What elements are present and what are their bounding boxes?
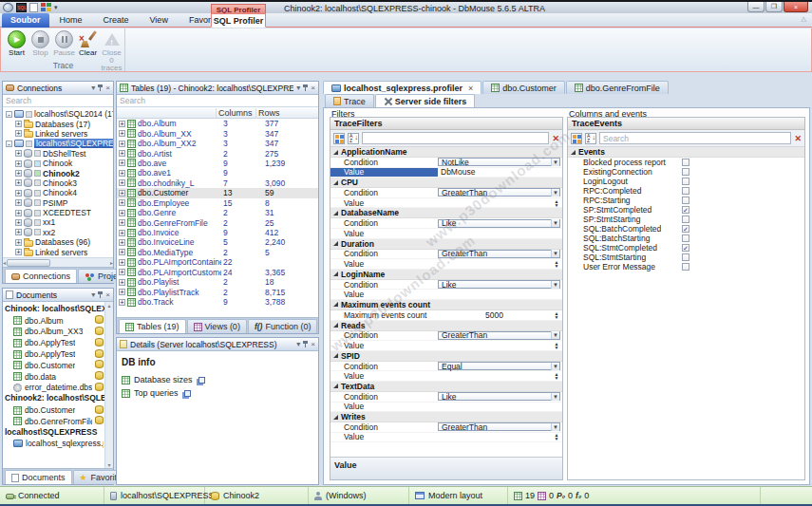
condition-combobox[interactable]: GreaterThan▼	[438, 422, 560, 431]
spinner-control[interactable]: ▲▼	[553, 311, 560, 319]
document-tab-dbo-customer[interactable]: dbo.Customer	[482, 81, 565, 94]
filter-category-reads[interactable]: Reads	[330, 321, 562, 331]
doc-item-dbo-customer[interactable]: dbo.Customer	[5, 404, 104, 416]
filter-category-cpu[interactable]: CPU	[330, 178, 562, 188]
filter-row-duration-value[interactable]: Value ▲▼	[330, 259, 562, 270]
tree-item-xx2[interactable]: + xx2	[3, 228, 113, 237]
combo-dropdown-icon[interactable]: ▼	[551, 423, 559, 431]
combo-dropdown-icon[interactable]: ▼	[551, 159, 559, 166]
document-tab-dbo-genrefromfile[interactable]: dbo.GenreFromFile	[566, 81, 669, 94]
details-link-database-sizes[interactable]: Database sizes	[122, 373, 313, 386]
filter-category-databasename[interactable]: DatabaseName	[330, 208, 562, 218]
combo-dropdown-icon[interactable]: ▼	[551, 250, 559, 257]
filter-row-reads-value[interactable]: Value ▲▼	[330, 341, 562, 351]
filter-category-applicationname[interactable]: ApplicationName	[330, 147, 562, 158]
events-search-input[interactable]	[599, 132, 791, 144]
event-row-blocked-process-report[interactable]: Blocked process report	[568, 158, 804, 167]
event-row-sp-stmtstarting[interactable]: SP:StmtStarting	[568, 215, 804, 224]
ribbon-collapse-icon[interactable]: △	[802, 15, 806, 23]
document-tab-localhost-sqlexpress-profiler[interactable]: localhost_sqlexpress.profiler ×	[323, 81, 482, 94]
doc-item-dbo-data[interactable]: dbo.data	[5, 371, 104, 383]
plus-expander-icon[interactable]: +	[119, 170, 125, 177]
plus-expander-icon[interactable]: +	[119, 210, 125, 216]
plus-expander-icon[interactable]: +	[119, 299, 125, 306]
event-row-loginlogout[interactable]: LoginLogout	[568, 177, 804, 186]
pin-icon[interactable]	[98, 84, 103, 92]
tree-item-dbshelltest[interactable]: + DbShellTest	[3, 149, 113, 159]
doc-item-localhost-sqlexpress-pro[interactable]: localhost_sqlexpress.pro	[5, 439, 104, 450]
plus-expander-icon[interactable]: +	[15, 229, 22, 235]
plus-expander-icon[interactable]: +	[119, 159, 125, 166]
close-button[interactable]: ×	[784, 2, 808, 12]
new-document-icon[interactable]	[29, 3, 38, 12]
stop-button[interactable]: Stop	[28, 30, 52, 57]
plus-expander-icon[interactable]: +	[119, 269, 125, 275]
plus-expander-icon[interactable]: +	[15, 179, 22, 186]
status-modern-layout[interactable]: Modern layout	[409, 487, 508, 504]
plus-expander-icon[interactable]: +	[15, 160, 22, 167]
filter-row-spid-condition[interactable]: Condition Equal▼	[330, 362, 562, 372]
table-row-dbo-genre[interactable]: + dbo.Genre 2 31	[117, 208, 318, 217]
sort-az-icon[interactable]: AZ↓	[348, 133, 359, 144]
table-row-dbo-plaimportcustomer[interactable]: + dbo.PLAImportCustomer 24 3,365	[117, 268, 318, 277]
doc-item-dbo-genrefromfile[interactable]: dbo.GenreFromFile	[5, 416, 104, 427]
table-row-dbo-album-xx[interactable]: + dbo.Album_XX 3 347	[117, 128, 318, 138]
status-connected[interactable]: Connected	[0, 487, 104, 504]
plus-expander-icon[interactable]: +	[15, 150, 22, 157]
categorized-view-icon[interactable]	[333, 133, 345, 144]
pause-button[interactable]: Pause	[52, 30, 76, 57]
table-row-dbo-playlisttrack[interactable]: + dbo.PlaylistTrack 2 8,715	[117, 287, 318, 296]
plus-expander-icon[interactable]: +	[119, 179, 125, 186]
event-checkbox[interactable]	[682, 263, 689, 271]
panel-tab-documents[interactable]: Documents	[5, 470, 72, 484]
sql-icon[interactable]: SQL	[16, 3, 27, 12]
ribbon-tab-create[interactable]: Create	[93, 13, 140, 28]
details-link-top-queries[interactable]: Top queries	[122, 386, 313, 400]
plus-expander-icon[interactable]: +	[119, 219, 125, 226]
event-row-sp-stmtcompleted[interactable]: SP:StmtCompleted ✓	[568, 205, 804, 215]
condition-combobox[interactable]: Like▼	[438, 219, 560, 228]
categorized-view-icon[interactable]	[571, 133, 582, 144]
tree-item-psimp[interactable]: + PSIMP	[3, 198, 113, 208]
panel-tab-function-0[interactable]: f() Function (0)	[248, 319, 318, 333]
event-checkbox[interactable]	[682, 234, 689, 242]
combo-dropdown-icon[interactable]: ▼	[551, 189, 559, 197]
connections-search-input[interactable]	[3, 95, 113, 107]
event-checkbox[interactable]	[682, 253, 689, 261]
minimize-button[interactable]: —	[747, 2, 765, 12]
column-header-rows[interactable]: Rows	[255, 108, 318, 118]
table-row-dbo-invoice[interactable]: + dbo.Invoice 9 412	[117, 228, 318, 237]
event-checkbox[interactable]	[682, 159, 689, 166]
table-row-dbo-customer[interactable]: + dbo.Customer 13 59	[117, 188, 318, 197]
combo-dropdown-icon[interactable]: ▼	[551, 363, 559, 370]
ribbon-tab-soubor[interactable]: Soubor	[2, 13, 49, 28]
pin-icon[interactable]	[303, 84, 308, 92]
event-row-sql-stmtstarting[interactable]: SQL:StmtStarting	[568, 253, 804, 262]
subtab-trace[interactable]: Trace	[325, 94, 374, 107]
clear-search-icon[interactable]: ✕	[794, 134, 802, 143]
plus-expander-icon[interactable]: +	[119, 141, 125, 147]
status-localhost-sqlexpress[interactable]: localhost\SQLEXPRESS	[104, 487, 205, 504]
filter-row-maximum-events-count-maximum-events-count[interactable]: Maximum events count 5000 ▲▼	[330, 310, 562, 321]
tree-item-databases-17[interactable]: + Databases (17)	[3, 119, 113, 128]
filter-row-textdata-condition[interactable]: Condition Like▼	[330, 392, 562, 403]
filter-row-writes-value[interactable]: Value ▲▼	[330, 433, 562, 443]
filter-category-spid[interactable]: SPID	[330, 351, 562, 362]
start-button[interactable]: Start	[5, 30, 28, 57]
close-icon[interactable]: ×	[105, 291, 110, 299]
filter-row-writes-condition[interactable]: Condition GreaterThan▼	[330, 422, 562, 433]
close-icon[interactable]: ×	[311, 84, 315, 92]
event-checkbox[interactable]	[682, 178, 689, 185]
minus-expander-icon[interactable]: -	[6, 111, 12, 118]
table-row-dbo-artist[interactable]: + dbo.Artist 2 275	[117, 148, 318, 158]
filter-category-loginname[interactable]: LoginName	[330, 270, 562, 280]
doc-item-dbo-album-xx3[interactable]: dbo.Album_XX3	[5, 327, 104, 338]
plus-expander-icon[interactable]: +	[119, 199, 125, 206]
spinner-control[interactable]: ▲▼	[553, 260, 560, 268]
chevron-down-icon[interactable]: ▾	[296, 341, 300, 348]
event-row-rpc-completed[interactable]: RPC:Completed	[568, 186, 804, 196]
event-row-sql-batchstarting[interactable]: SQL:BatchStarting	[568, 234, 804, 243]
plus-expander-icon[interactable]: +	[119, 239, 125, 246]
tree-item-localhost-sqlexpress-9[interactable]: - localhost\SQLEXPRESS (9	[3, 139, 113, 148]
filter-category-writes[interactable]: Writes	[330, 412, 562, 422]
